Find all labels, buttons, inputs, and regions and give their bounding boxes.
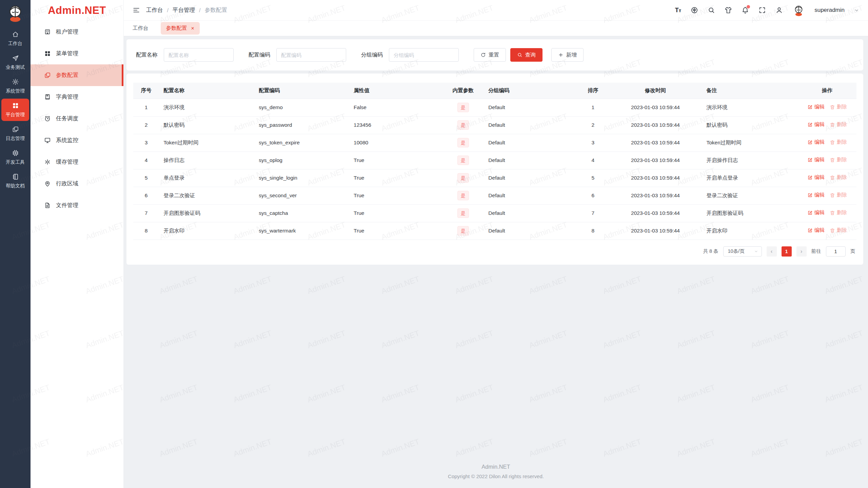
edit-button[interactable]: 编辑 xyxy=(807,227,825,233)
tab-bar: 工作台 参数配置 × xyxy=(124,20,868,36)
fullscreen-icon[interactable] xyxy=(758,6,766,14)
delete-button[interactable]: 删除 xyxy=(830,104,847,110)
add-button[interactable]: 新增 xyxy=(551,48,584,62)
cell-code: sys_wartermark xyxy=(254,222,349,240)
trash-icon xyxy=(830,175,835,180)
sidebar-item-label: 参数配置 xyxy=(56,72,78,79)
tab-workbench[interactable]: 工作台 xyxy=(133,25,149,32)
delete-button[interactable]: 删除 xyxy=(830,157,847,163)
group-code-input[interactable] xyxy=(389,48,459,62)
rail-item-system[interactable]: 系统管理 xyxy=(1,75,29,97)
field-label: 配置编码 xyxy=(249,52,270,59)
edit-button[interactable]: 编辑 xyxy=(807,139,825,145)
sidebar-item-label: 缓存管理 xyxy=(56,158,78,166)
breadcrumb-item-workbench[interactable]: 工作台 xyxy=(146,6,163,14)
trash-icon xyxy=(830,122,835,127)
cell-remark: 开启操作日志 xyxy=(702,151,797,169)
edit-button[interactable]: 编辑 xyxy=(807,192,825,198)
column-header-group: 分组编码 xyxy=(484,83,577,99)
sidebar-item-schedule[interactable]: 任务调度 xyxy=(31,108,123,129)
theme-skin-icon[interactable] xyxy=(725,6,732,14)
primary-rail-nav: 工作台业务测试系统管理平台管理日志管理开发工具帮助文档 xyxy=(1,26,29,194)
footer-copyright: Copyright © 2022 Dilon All rights reserv… xyxy=(124,473,868,479)
notifications-bell-icon[interactable] xyxy=(742,6,749,14)
edit-button[interactable]: 编辑 xyxy=(807,174,825,181)
delete-button[interactable]: 删除 xyxy=(830,121,847,128)
edit-button[interactable]: 编辑 xyxy=(807,209,825,216)
builtin-tag: 是 xyxy=(457,173,469,183)
breadcrumb-separator: / xyxy=(167,7,169,14)
pin-icon xyxy=(44,180,51,187)
rail-item-workbench[interactable]: 工作台 xyxy=(1,27,29,50)
rail-item-help-docs[interactable]: 帮助文档 xyxy=(1,170,29,192)
cell-builtin: 是 xyxy=(442,134,484,151)
rail-item-label: 帮助文档 xyxy=(6,183,25,189)
goto-page-input[interactable] xyxy=(826,246,846,257)
edit-icon xyxy=(807,104,813,110)
font-size-icon[interactable]: Tт xyxy=(675,7,681,14)
page-size-select[interactable]: 10条/页 xyxy=(723,246,762,257)
table-panel: 序号配置名称配置编码属性值内置参数分组编码排序修改时间备注操作 1演示环境sys… xyxy=(126,74,863,265)
query-button[interactable]: 查询 xyxy=(510,48,542,62)
trash-icon xyxy=(830,228,835,233)
edit-button[interactable]: 编辑 xyxy=(807,121,825,128)
delete-button[interactable]: 删除 xyxy=(830,209,847,216)
home-icon xyxy=(12,31,19,38)
cell-no: 7 xyxy=(133,204,159,222)
cell-value: True xyxy=(349,169,442,187)
edit-icon xyxy=(807,210,813,216)
rail-item-dev-tools[interactable]: 开发工具 xyxy=(1,146,29,168)
filter-panel: 配置名称 配置编码 分组编码 重置 查询 xyxy=(126,39,863,70)
cell-actions: 编辑删除 xyxy=(797,169,856,187)
cell-code: sys_demo xyxy=(254,99,349,116)
rail-item-biz-test[interactable]: 业务测试 xyxy=(1,51,29,74)
sidebar-item-label: 文件管理 xyxy=(56,202,78,209)
profile-icon[interactable] xyxy=(775,6,783,14)
rail-item-platform[interactable]: 平台管理 xyxy=(1,99,29,121)
sidebar-item-config[interactable]: 参数配置 xyxy=(31,64,123,86)
sidebar-item-cache[interactable]: 缓存管理 xyxy=(31,151,123,173)
sidebar-item-files[interactable]: 文件管理 xyxy=(31,195,123,216)
username-label[interactable]: superadmin xyxy=(814,7,845,14)
delete-button[interactable]: 删除 xyxy=(830,139,847,145)
config-name-input[interactable] xyxy=(164,48,234,62)
edit-icon xyxy=(807,175,813,180)
cell-actions: 编辑删除 xyxy=(797,99,856,116)
edit-button[interactable]: 编辑 xyxy=(807,157,825,163)
primary-rail: 工作台业务测试系统管理平台管理日志管理开发工具帮助文档 xyxy=(0,0,31,488)
trash-icon xyxy=(830,192,835,198)
page-number-current[interactable]: 1 xyxy=(782,246,792,257)
user-avatar[interactable] xyxy=(792,4,805,17)
prev-page-button[interactable]: ‹ xyxy=(767,246,777,257)
secondary-sidebar: Admin.NET 租户管理菜单管理参数配置字典管理任务调度系统监控缓存管理行政… xyxy=(31,0,124,488)
header-actions: Tт superadmin xyxy=(675,4,859,17)
config-table: 序号配置名称配置编码属性值内置参数分组编码排序修改时间备注操作 1演示环境sys… xyxy=(133,83,856,240)
copy-icon xyxy=(44,72,51,79)
delete-button[interactable]: 删除 xyxy=(830,192,847,198)
sidebar-item-label: 菜单管理 xyxy=(56,50,78,57)
cell-time: 2023-01-03 10:59:44 xyxy=(609,134,702,151)
sidebar-item-region[interactable]: 行政区域 xyxy=(31,173,123,195)
cell-code: sys_token_expire xyxy=(254,134,349,151)
close-icon[interactable]: × xyxy=(191,26,194,31)
sidebar-item-tenant[interactable]: 租户管理 xyxy=(31,21,123,43)
breadcrumb-item-platform[interactable]: 平台管理 xyxy=(173,6,195,14)
tab-config-active[interactable]: 参数配置 × xyxy=(161,22,200,35)
edit-button[interactable]: 编辑 xyxy=(807,104,825,110)
delete-button[interactable]: 删除 xyxy=(830,227,847,233)
column-header-code: 配置编码 xyxy=(254,83,349,99)
breadcrumb-item-current: 参数配置 xyxy=(205,6,227,14)
search-icon[interactable] xyxy=(708,6,715,14)
next-page-button[interactable]: › xyxy=(796,246,807,257)
chevron-down-icon[interactable] xyxy=(854,8,859,13)
sidebar-item-monitor[interactable]: 系统监控 xyxy=(31,129,123,151)
language-icon[interactable] xyxy=(691,6,698,14)
config-code-input[interactable] xyxy=(276,48,346,62)
reset-button[interactable]: 重置 xyxy=(474,48,506,62)
sidebar-item-dict[interactable]: 字典管理 xyxy=(31,86,123,108)
cell-sort: 4 xyxy=(577,151,609,169)
rail-item-logs[interactable]: 日志管理 xyxy=(1,122,29,145)
delete-button[interactable]: 删除 xyxy=(830,174,847,181)
sidebar-item-menu[interactable]: 菜单管理 xyxy=(31,43,123,64)
menu-fold-icon[interactable] xyxy=(133,6,140,14)
